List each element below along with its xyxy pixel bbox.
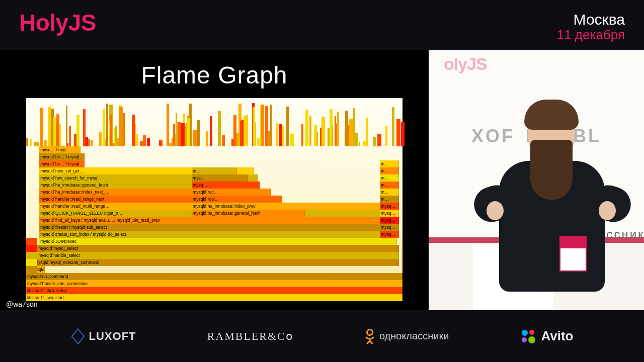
flame-frame: mysqld`find_all_keys / mysqld`evalu… / m… <box>39 217 397 224</box>
avito-icon <box>520 328 537 345</box>
sponsor-luxoft: LUXOFT <box>71 328 136 345</box>
flame-frame: mysqld`mysql_select <box>37 245 398 252</box>
flame-frame: mysqld`row… <box>192 196 282 203</box>
flame-frame: mysqld`btr… / mysql… <box>39 160 85 167</box>
flame-frame: mysqld`JOIN::exec <box>39 238 397 245</box>
flame-frame: m… <box>192 167 237 174</box>
event-date: Москва 11 декабря <box>557 9 625 43</box>
flame-frame: mysqld`ha_innobase::index_prev <box>192 203 293 210</box>
flame-frame: mysqld`ha_innobase::general_fetch <box>192 210 304 217</box>
luxoft-icon <box>71 328 85 345</box>
sponsor-odnoklassniki: одноклассники <box>364 328 449 344</box>
flame-frame: libc.so.1`_thrp_setup <box>26 287 403 294</box>
lanyard-badge <box>559 236 587 272</box>
svg-point-0 <box>367 329 372 335</box>
speaker-handle: @wa7son <box>6 300 37 308</box>
brand-logo: HolyJS <box>19 9 96 36</box>
event-city: Москва <box>557 11 625 28</box>
flame-frame: mysqld`create_sort_index / mysqld`do_sel… <box>39 231 397 238</box>
ok-icon <box>364 328 375 344</box>
svg-point-1 <box>522 330 528 336</box>
flame-frame: mysq… / mys… <box>39 146 80 153</box>
backdrop-brand: olyJS <box>444 54 487 74</box>
flame-frame: mysqld`mysql_execute_command <box>34 259 399 266</box>
presentation-slide: Flame Graph libc.so.1`_lwp_startlibc.so.… <box>0 50 429 310</box>
svg-point-4 <box>528 336 535 343</box>
flame-frame: mysqld`btr… / mysql… <box>39 153 85 160</box>
speaker-figure <box>484 80 620 307</box>
flame-frame: mysqld`do_command <box>26 273 403 280</box>
svg-point-3 <box>522 337 527 342</box>
event-date-text: 11 декабря <box>557 27 625 43</box>
flame-frame: mys… <box>192 174 248 182</box>
header: HolyJS Москва 11 декабря <box>0 0 644 50</box>
svg-point-2 <box>529 330 534 335</box>
slide-title: Flame Graph <box>0 50 429 89</box>
sponsor-avito: Avito <box>520 328 573 345</box>
flame-frame: mysqld`handle_one_connection <box>26 280 403 287</box>
flame-frame: mysqld`rec… <box>192 189 271 196</box>
flame-frame: libc.so.1`_lwp_start <box>26 294 403 301</box>
flame-frame: mysqld`handle_select <box>37 252 398 259</box>
camera-feed: olyJS XOF RAMBL ассники <box>429 50 644 310</box>
flame-frame: mysqld`filesort / mysqld`sub_select <box>39 224 397 231</box>
sponsor-bar: LUXOFT RAMBLER&Cᴏ одноклассники Avito <box>0 310 644 362</box>
flame-graph: libc.so.1`_lwp_startlibc.so.1`_thrp_setu… <box>26 98 403 301</box>
flame-frame: mysq… <box>192 182 260 189</box>
sponsor-rambler: RAMBLER&Cᴏ <box>207 330 293 343</box>
